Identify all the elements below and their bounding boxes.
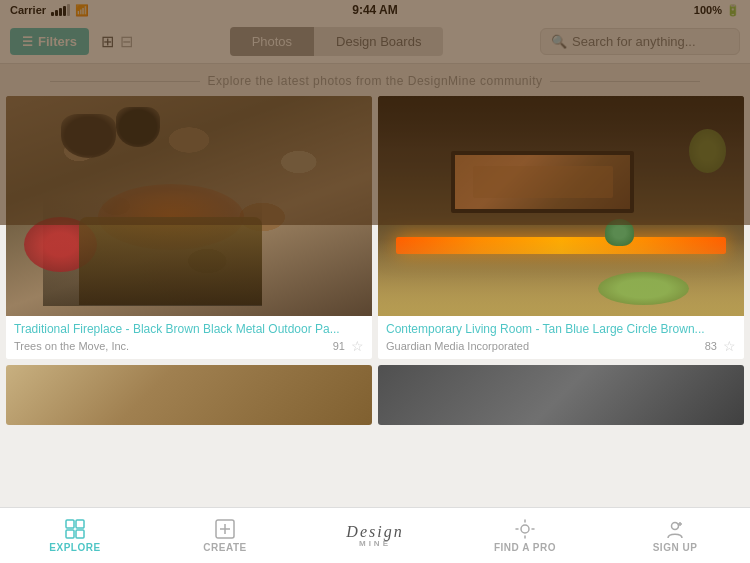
svg-point-8 xyxy=(672,523,679,530)
star-icon-2[interactable]: ☆ xyxy=(723,338,736,354)
nav-item-logo[interactable]: Design MINE xyxy=(300,524,450,548)
logo-sub: MINE xyxy=(346,540,403,548)
findapro-icon xyxy=(514,518,536,540)
photo-grid-bottom xyxy=(0,359,750,425)
photo-card-bottom-1[interactable] xyxy=(6,365,372,425)
nav-item-create[interactable]: CREATE xyxy=(150,518,300,553)
photo-meta-2: Guardian Media Incorporated 83 ☆ xyxy=(386,338,736,354)
signup-label: SIGN UP xyxy=(653,542,698,553)
photo-caption-2: Contemporary Living Room - Tan Blue Larg… xyxy=(378,316,744,359)
svg-rect-3 xyxy=(76,530,84,538)
nav-item-explore[interactable]: EXPLORE xyxy=(0,518,150,553)
photo-image-bottom-1 xyxy=(6,365,372,425)
signup-icon xyxy=(664,518,686,540)
create-icon xyxy=(214,518,236,540)
photo-title-2[interactable]: Contemporary Living Room - Tan Blue Larg… xyxy=(386,322,736,336)
photo-source-2: Guardian Media Incorporated xyxy=(386,340,705,352)
bottom-nav: EXPLORE CREATE Design MINE FIND A PRO xyxy=(0,507,750,563)
photo-card-bottom-2[interactable] xyxy=(378,365,744,425)
nav-item-findapro[interactable]: FIND A PRO xyxy=(450,518,600,553)
photo-caption-1: Traditional Fireplace - Black Brown Blac… xyxy=(6,316,372,359)
findapro-label: FIND A PRO xyxy=(494,542,556,553)
logo-text: Design xyxy=(346,524,403,540)
design-mine-logo: Design MINE xyxy=(346,524,403,548)
nav-item-signup[interactable]: SIGN UP xyxy=(600,518,750,553)
create-label: CREATE xyxy=(203,542,246,553)
explore-label: EXPLORE xyxy=(49,542,100,553)
photo-count-2: 83 xyxy=(705,340,717,352)
photo-count-1: 91 xyxy=(333,340,345,352)
photo-meta-1: Trees on the Move, Inc. 91 ☆ xyxy=(14,338,364,354)
svg-point-7 xyxy=(521,525,529,533)
explore-icon xyxy=(64,518,86,540)
photo-source-1: Trees on the Move, Inc. xyxy=(14,340,333,352)
star-icon-1[interactable]: ☆ xyxy=(351,338,364,354)
photo-image-bottom-2 xyxy=(378,365,744,425)
svg-rect-0 xyxy=(66,520,74,528)
svg-rect-1 xyxy=(76,520,84,528)
photo-title-1[interactable]: Traditional Fireplace - Black Brown Blac… xyxy=(14,322,364,336)
svg-rect-2 xyxy=(66,530,74,538)
